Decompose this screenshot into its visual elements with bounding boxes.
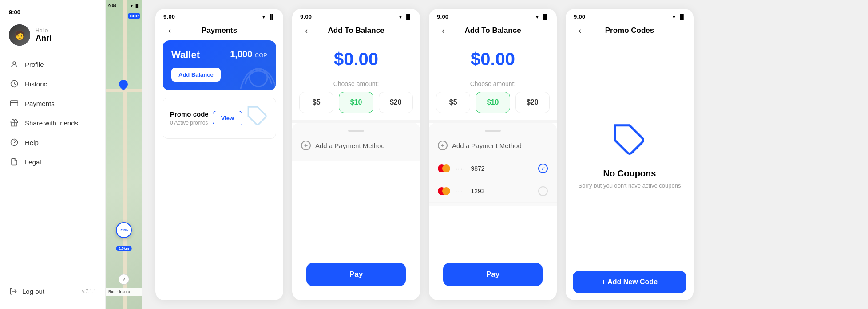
sidebar-user: 🧑 Hello Anri [0, 20, 105, 55]
wifi-icon: ▼ [261, 14, 266, 20]
wallet-card: Wallet 1,000 COP Add Balance [163, 40, 276, 90]
user-info: Hello Anri [36, 27, 52, 43]
screen3-balance: $0.00 [429, 40, 557, 74]
mc-yellow-circle [442, 164, 450, 172]
avatar-image: 🧑 [9, 24, 30, 46]
screen2-balance: $0.00 [292, 40, 420, 74]
user-name: Anri [36, 34, 52, 43]
add-balance-button[interactable]: Add Balance [171, 68, 221, 82]
svg-rect-2 [11, 101, 18, 106]
screen3-header: ‹ Add To Balance [429, 23, 557, 40]
screen2-add-payment-row[interactable]: + Add a Payment Method [292, 133, 420, 157]
logout-icon [9, 287, 18, 296]
card-row-2[interactable]: ···· 1293 [429, 180, 557, 203]
card1-number: 9872 [471, 165, 484, 172]
screen3-time: 9:00 [437, 13, 448, 20]
sidebar-nav: Profile Historic Payments Share with fri… [0, 55, 105, 282]
person-icon [10, 60, 19, 69]
wallet-decoration [236, 58, 276, 90]
logout-button[interactable]: Log out [9, 287, 44, 296]
sidebar-item-help[interactable]: Help [4, 133, 101, 152]
screen1-back-button[interactable]: ‹ [163, 24, 176, 37]
sidebar-profile-label: Profile [25, 61, 44, 68]
screen2-pay-button[interactable]: Pay [306, 263, 406, 286]
card1-check: ✓ [538, 164, 548, 173]
card1-dots: ···· [456, 165, 465, 172]
payments-screen: 9:00 ▼ ▐▌ ‹ Payments Wallet 1,000 COP Ad… [155, 9, 283, 300]
screen3-signal-icon: ▐▌ [541, 14, 549, 20]
screen2-time: 9:00 [300, 13, 312, 20]
screen3-amount-10[interactable]: $10 [476, 92, 510, 113]
screen4-header: ‹ Promo Codes [566, 23, 694, 40]
version-label: v.7.1.1 [82, 289, 96, 294]
no-coupons-sub: Sorry but you don't have active coupons [579, 182, 681, 189]
sidebar-historic-label: Historic [25, 80, 47, 88]
screen1-status-bar: 9:00 ▼ ▐▌ [155, 9, 283, 23]
tag-icon [612, 122, 647, 160]
screen3-back-button[interactable]: ‹ [437, 24, 449, 37]
screen3-add-payment-row[interactable]: + Add a Payment Method [429, 133, 557, 157]
sidebar-item-share[interactable]: Share with friends [4, 113, 101, 133]
screen1-header: ‹ Payments [155, 23, 283, 40]
mastercard-icon-1 [438, 164, 450, 172]
wallet-label: Wallet [171, 49, 200, 61]
sidebar-payments-label: Payments [25, 100, 55, 107]
promo-title: Promo code [170, 110, 209, 118]
add-balance-screen2: 9:00 ▼ ▐▌ ‹ Add To Balance $0.00 Choose … [429, 9, 557, 300]
screen3-amount-20[interactable]: $20 [515, 92, 550, 113]
map-road-vertical [123, 0, 127, 309]
screen2-status-bar: 9:00 ▼ ▐▌ [292, 9, 420, 23]
hello-label: Hello [36, 27, 52, 34]
screen2-drag-handle [348, 130, 364, 132]
screen2-back-button[interactable]: ‹ [300, 24, 313, 37]
screen3-status-bar: 9:00 ▼ ▐▌ [429, 9, 557, 23]
logout-label: Log out [22, 288, 44, 295]
screen4-status-bar: 9:00 ▼ ▐▌ [566, 9, 694, 23]
sidebar-item-legal[interactable]: Legal [4, 152, 101, 172]
sidebar-item-profile[interactable]: Profile [4, 55, 101, 74]
sidebar-item-historic[interactable]: Historic [4, 74, 101, 94]
screen2-status-icons: ▼ ▐▌ [398, 14, 412, 20]
screen4-back-button[interactable]: ‹ [574, 24, 586, 37]
screen4-wifi-icon: ▼ [671, 14, 677, 20]
sidebar-item-payments[interactable]: Payments [4, 94, 101, 113]
screen4-time: 9:00 [574, 13, 585, 20]
promo-codes-content: No Coupons Sorry but you don't have acti… [566, 40, 694, 271]
screen4-title: Promo Codes [605, 26, 654, 35]
map-distance: 1.5km [116, 246, 132, 251]
screen2-amount-5[interactable]: $5 [299, 92, 333, 113]
screen3-title: Add To Balance [464, 26, 521, 35]
map-help-icon[interactable]: ? [119, 274, 129, 285]
screen3-amount-5[interactable]: $5 [436, 92, 470, 113]
screen2-pay-container: Pay [292, 263, 420, 300]
screen2-amount-10[interactable]: $10 [339, 92, 373, 113]
mc-yellow-circle2 [442, 187, 450, 195]
screen1-title: Payments [202, 26, 237, 35]
map-panel: 9:00 ▼ ▐▌ COP 71% 1.5km ? Rider Insura..… [106, 0, 142, 309]
card-row-1[interactable]: ···· 9872 ✓ [429, 157, 557, 180]
screen3-wifi-icon: ▼ [535, 14, 540, 20]
help-icon [10, 138, 19, 147]
view-promo-button[interactable]: View [213, 111, 242, 125]
card2-empty-circle [538, 186, 548, 196]
screen2-wifi-icon: ▼ [398, 14, 403, 20]
screen2-header: ‹ Add To Balance [292, 23, 420, 40]
screen3-add-payment-label: Add a Payment Method [452, 142, 522, 149]
screen2-signal-icon: ▐▌ [404, 14, 412, 20]
add-code-button[interactable]: + Add New Code [573, 271, 686, 293]
screen1-status-icons: ▼ ▐▌ [261, 14, 275, 20]
screen3-pay-container: Pay [429, 263, 557, 300]
sidebar-footer: Log out v.7.1.1 [0, 282, 105, 300]
screen3-pay-button[interactable]: Pay [443, 263, 543, 286]
map-badge: COP [128, 13, 140, 19]
file-icon [10, 157, 19, 166]
screens-container: 9:00 ▼ ▐▌ ‹ Payments Wallet 1,000 COP Ad… [142, 0, 868, 309]
screen2-amount-20[interactable]: $20 [379, 92, 413, 113]
screen2-choose-label: Choose amount: [292, 74, 420, 92]
screen3-status-icons: ▼ ▐▌ [535, 14, 549, 20]
card-nav-icon [10, 99, 19, 108]
screen3-plus-icon: + [438, 141, 448, 150]
screen3-choose-label: Choose amount: [429, 74, 557, 92]
history-icon [10, 79, 19, 88]
screen1-time: 9:00 [163, 13, 175, 20]
